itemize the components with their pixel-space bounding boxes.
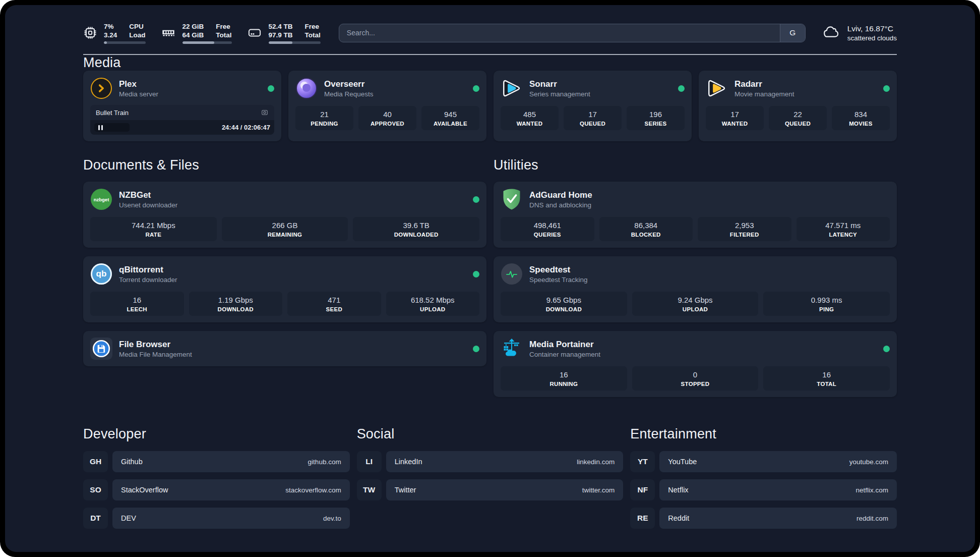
app-card-sonarr[interactable]: Sonarr Series management 485WANTED 17QUE… — [494, 71, 692, 141]
plex-icon — [90, 77, 112, 99]
stat-tile: 1.19 GbpsDOWNLOAD — [189, 292, 283, 316]
disk-free-value: 52.4 TB — [269, 22, 293, 31]
stat-tile: 9.65 GbpsDOWNLOAD — [501, 292, 627, 316]
app-card-qbittorrent[interactable]: qb qBittorrent Torrent downloader 16LEEC… — [83, 256, 486, 322]
cpu-progress-bar — [104, 41, 146, 44]
bookmark-reddit[interactable]: RE Redditreddit.com — [630, 508, 897, 529]
disk-free-label: Free — [305, 22, 321, 31]
memory-total-label: Total — [216, 31, 231, 39]
video-session-icon[interactable] — [261, 108, 269, 117]
app-subtitle: Speedtest Tracking — [529, 275, 588, 284]
app-subtitle: Media Requests — [324, 90, 374, 98]
app-name: File Browser — [119, 339, 192, 350]
stat-tile: 485WANTED — [501, 106, 559, 130]
cpu-usage-value: 7% — [104, 22, 117, 31]
playback-time: 24:44 / 02:06:47 — [222, 124, 270, 131]
search-input[interactable] — [339, 24, 780, 42]
stat-tile: 21PENDING — [295, 106, 353, 130]
disk-icon — [247, 26, 262, 40]
stat-tile: 196SERIES — [627, 106, 685, 130]
stat-tile: 16RUNNING — [501, 366, 627, 391]
memory-total-value: 64 GiB — [182, 31, 204, 39]
nzbget-icon: nzbget — [90, 188, 112, 210]
search-engine-button[interactable]: G — [780, 24, 805, 42]
bookmark-twitter[interactable]: TW Twittertwitter.com — [357, 479, 624, 500]
cpu-load-label: Load — [129, 31, 145, 39]
status-online-dot — [473, 271, 479, 277]
stat-tile: 471SEED — [287, 292, 381, 316]
documents-column: Documents & Files nzbget NZBGet Usenet d… — [83, 157, 486, 397]
bookmark-group-social: Social LI LinkedInlinkedin.com TW Twitte… — [357, 426, 624, 536]
cpu-stat-widget: 7% CPU 3.24 Load — [83, 22, 146, 44]
bookmark-abbr: SO — [83, 479, 108, 500]
bookmark-netflix[interactable]: NF Netflixnetflix.com — [630, 479, 897, 500]
status-online-dot — [473, 85, 479, 92]
bookmark-abbr: YT — [630, 451, 655, 472]
now-playing-title: Bullet Train — [96, 109, 129, 117]
app-subtitle: Media server — [119, 90, 158, 98]
stat-tile: 9.24 GbpsUPLOAD — [632, 292, 759, 316]
bookmark-stackoverflow[interactable]: SO StackOverflowstackoverflow.com — [83, 479, 350, 500]
bookmark-youtube[interactable]: YT YouTubeyoutube.com — [630, 451, 897, 472]
app-card-adguard[interactable]: AdGuard Home DNS and adblocking 498,461Q… — [494, 182, 897, 248]
app-card-overseerr[interactable]: Overseerr Media Requests 21PENDING 40APP… — [288, 71, 486, 141]
app-card-portainer[interactable]: Media Portainer Container management 16R… — [494, 331, 897, 397]
status-online-dot — [883, 85, 890, 92]
app-subtitle: DNS and adblocking — [529, 201, 592, 209]
app-subtitle: Movie management — [734, 90, 794, 98]
bookmark-abbr: RE — [630, 508, 655, 529]
filebrowser-icon — [90, 338, 112, 360]
app-card-nzbget[interactable]: nzbget NZBGet Usenet downloader 744.21 M… — [83, 182, 486, 248]
app-name: Plex — [119, 79, 158, 89]
disk-total-label: Total — [305, 31, 321, 39]
app-card-speedtest[interactable]: Speedtest Speedtest Tracking 9.65 GbpsDO… — [494, 256, 897, 322]
bookmark-abbr: DT — [83, 508, 108, 529]
section-title-developer: Developer — [83, 426, 350, 442]
cpu-usage-label: CPU — [129, 22, 145, 31]
stat-tile: 17WANTED — [706, 106, 764, 130]
app-card-filebrowser[interactable]: File Browser Media File Management — [83, 331, 486, 366]
memory-progress-bar — [182, 41, 232, 44]
app-card-radarr[interactable]: Radarr Movie management 17WANTED 22QUEUE… — [699, 71, 897, 141]
stat-tile: 16TOTAL — [763, 366, 890, 391]
app-name: NZBGet — [119, 190, 177, 200]
app-subtitle: Media File Management — [119, 350, 192, 359]
status-online-dot — [473, 346, 479, 352]
cpu-icon — [83, 26, 97, 40]
status-online-dot — [883, 346, 890, 352]
stat-tile: 0.993 msPING — [763, 292, 890, 316]
dashboard-page: 7% CPU 3.24 Load 22 GiB Free — [5, 5, 975, 552]
sonarr-icon — [501, 77, 523, 99]
stat-tile: 22QUEUED — [769, 106, 827, 130]
pause-icon[interactable] — [98, 125, 103, 130]
memory-free-label: Free — [216, 22, 231, 31]
status-online-dot — [473, 196, 479, 203]
section-title-utilities: Utilities — [494, 157, 897, 173]
utilities-column: Utilities AdGuard Home — [494, 157, 897, 397]
bookmark-abbr: NF — [630, 479, 655, 500]
screen-frame: 7% CPU 3.24 Load 22 GiB Free — [0, 0, 980, 557]
disk-stat-widget: 52.4 TB Free 97.9 TB Total — [247, 22, 321, 44]
speedtest-icon — [501, 263, 523, 285]
bookmark-abbr: TW — [357, 479, 382, 500]
stat-tile: 498,461QUERIES — [501, 217, 594, 241]
cloud-icon — [821, 24, 841, 41]
playback-progress-track[interactable]: 24:44 / 02:06:47 — [90, 120, 274, 135]
app-name: Overseerr — [324, 79, 374, 89]
app-name: qBittorrent — [119, 264, 177, 275]
weather-widget: Lviv, 16.87°C scattered clouds — [821, 24, 897, 42]
bookmark-linkedin[interactable]: LI LinkedInlinkedin.com — [357, 451, 624, 472]
stat-tile: 17QUEUED — [564, 106, 622, 130]
bookmark-dev[interactable]: DT DEVdev.to — [83, 508, 350, 529]
app-card-plex[interactable]: Plex Media server Bullet Train 24:44 / 0… — [83, 71, 281, 141]
status-online-dot — [268, 85, 274, 92]
adguard-icon — [501, 188, 523, 210]
stat-tile: 40APPROVED — [358, 106, 416, 130]
radarr-icon — [706, 77, 728, 99]
bookmark-group-entertainment: Entertainment YT YouTubeyoutube.com NF N… — [630, 426, 897, 536]
weather-condition: scattered clouds — [847, 34, 897, 42]
bookmark-github[interactable]: GH Githubgithub.com — [83, 451, 350, 472]
section-title-documents: Documents & Files — [83, 157, 486, 173]
section-title-media: Media — [83, 55, 897, 71]
stat-tile: 47.571 msLATENCY — [797, 217, 890, 241]
